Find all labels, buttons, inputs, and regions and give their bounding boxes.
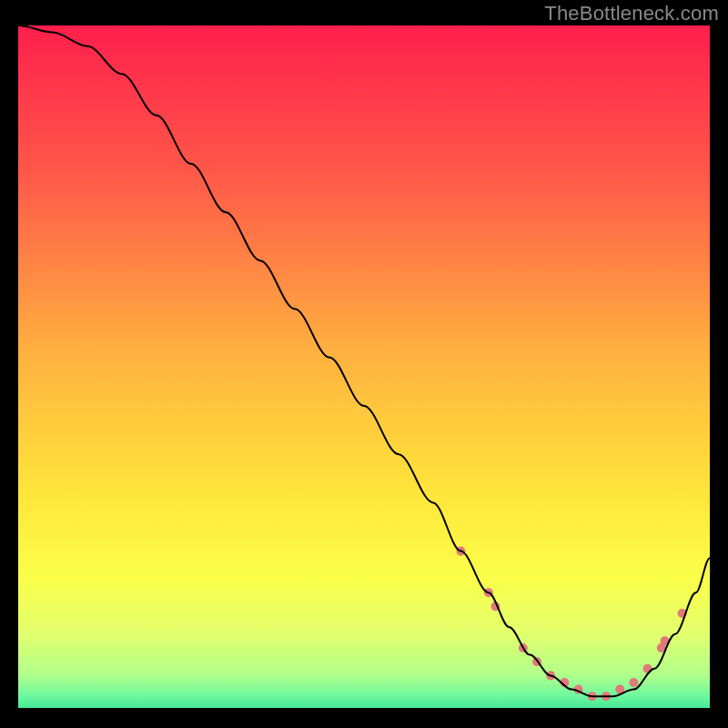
attribution-label: TheBottleneck.com bbox=[544, 2, 719, 25]
marker-dots bbox=[456, 547, 686, 702]
curve-layer bbox=[18, 25, 710, 708]
chart-container: TheBottleneck.com bbox=[0, 0, 728, 728]
plot-area bbox=[18, 25, 710, 708]
bottleneck-curve bbox=[18, 25, 710, 696]
marker-dot bbox=[643, 664, 652, 673]
marker-dot bbox=[629, 678, 638, 687]
plot-outer bbox=[18, 25, 710, 708]
